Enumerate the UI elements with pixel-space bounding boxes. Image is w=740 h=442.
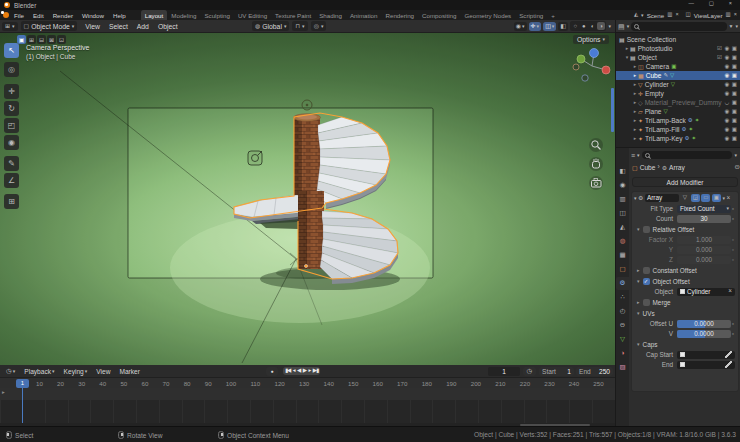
jump-end-icon[interactable] — [313, 368, 318, 374]
select-mode-invert[interactable] — [47, 35, 56, 44]
collapse-icon[interactable] — [634, 196, 637, 201]
factor-x-field[interactable]: 1.000 — [677, 236, 731, 244]
tab-geometry-nodes[interactable]: Geometry Nodes — [460, 10, 515, 19]
animate-decorator-icon[interactable] — [731, 321, 735, 326]
menu-select[interactable]: Select — [109, 23, 128, 30]
outliner-search-input[interactable] — [631, 22, 726, 31]
scene-name[interactable]: Scene — [647, 12, 665, 19]
menu-add[interactable]: Add — [137, 23, 149, 30]
camera-visibility-icon[interactable] — [732, 118, 737, 124]
eye-icon[interactable] — [724, 127, 729, 133]
chevron-down-icon[interactable] — [734, 153, 737, 158]
snap-toggle[interactable] — [292, 21, 307, 31]
animate-decorator-icon[interactable] — [731, 247, 735, 252]
show-viewport-toggle[interactable] — [701, 194, 710, 202]
viewlayer-icon[interactable] — [686, 12, 691, 18]
outliner-row-cube-selected[interactable]: Cube — [616, 71, 740, 80]
offset-v-slider[interactable]: 0.0000 — [677, 330, 731, 338]
cap-end-field[interactable] — [677, 361, 735, 369]
axis-x-icon[interactable] — [602, 66, 610, 74]
maximize-icon[interactable] — [709, 1, 714, 7]
transform-tool[interactable] — [4, 135, 19, 150]
remove-viewlayer-icon[interactable] — [734, 12, 737, 18]
properties-search-input[interactable] — [642, 151, 733, 159]
tab-scene[interactable] — [616, 221, 629, 234]
jump-start-icon[interactable] — [285, 368, 290, 374]
playhead-line[interactable] — [22, 388, 24, 423]
camera-visibility-icon[interactable] — [732, 82, 737, 88]
menu-render[interactable]: Render — [53, 12, 73, 19]
tab-shading[interactable]: Shading — [315, 10, 346, 19]
timeline-tracks[interactable] — [0, 388, 615, 423]
constant-offset-checkbox[interactable] — [643, 267, 650, 274]
menu-help[interactable]: Help — [113, 12, 126, 19]
outliner-row-photostudio[interactable]: Photostudio — [616, 44, 740, 53]
measure-tool[interactable] — [4, 173, 19, 188]
xray-toggle[interactable] — [558, 22, 568, 31]
add-workspace-button[interactable]: + — [547, 10, 559, 19]
tab-constraints[interactable] — [616, 319, 629, 332]
timeline-ruler[interactable]: 1 10203040506070809010011012013014015016… — [0, 378, 615, 388]
menu-window[interactable]: Window — [82, 12, 104, 19]
outliner-row-camera[interactable]: Camera — [616, 62, 740, 71]
checkbox-icon[interactable] — [717, 55, 722, 61]
blender-menu-icon[interactable] — [3, 12, 9, 18]
proportional-edit-toggle[interactable] — [311, 21, 327, 31]
eye-icon[interactable] — [724, 73, 729, 79]
camera-visibility-icon[interactable] — [732, 91, 737, 97]
show-in-editmode-toggle[interactable] — [691, 194, 700, 202]
editor-type-selector[interactable] — [2, 22, 18, 31]
empty-object-gizmo[interactable] — [248, 151, 262, 165]
filter-icon[interactable] — [729, 24, 734, 29]
add-modifier-button[interactable]: Add Modifier — [632, 177, 738, 187]
axis-neg-x-icon[interactable] — [573, 64, 579, 70]
tab-render[interactable] — [616, 179, 629, 192]
eye-closed-icon[interactable] — [724, 100, 729, 106]
select-mode-extend[interactable] — [27, 35, 36, 44]
preview-range-button[interactable] — [523, 367, 536, 376]
camera-visibility-icon[interactable] — [732, 127, 737, 133]
rotate-tool[interactable] — [4, 101, 19, 116]
solid-shading-icon[interactable] — [580, 22, 589, 30]
tab-compositing[interactable]: Compositing — [418, 10, 460, 19]
eyedropper-icon[interactable] — [725, 361, 732, 368]
extras-dropdown-icon[interactable] — [722, 196, 725, 201]
tab-sculpting[interactable]: Sculpting — [200, 10, 233, 19]
tab-world[interactable] — [616, 235, 629, 248]
chevron-down-icon[interactable] — [637, 153, 640, 158]
frame-end-field[interactable]: End250 — [576, 367, 613, 376]
show-render-toggle[interactable] — [712, 194, 721, 202]
eye-icon[interactable] — [724, 118, 729, 124]
outliner-row-empty[interactable]: Empty — [616, 89, 740, 98]
menu-marker[interactable]: Marker — [119, 368, 140, 375]
orientation-selector[interactable]: Global — [252, 21, 289, 31]
uvs-header[interactable]: UVs — [632, 308, 738, 318]
outliner-row-material-preview-dummy[interactable]: Material_Preview_Dummy — [616, 98, 740, 107]
camera-visibility-icon[interactable] — [732, 46, 737, 52]
tab-object-data[interactable] — [616, 333, 629, 346]
cursor-tool[interactable] — [4, 62, 19, 77]
cap-start-field[interactable] — [677, 351, 735, 359]
tab-view-layer[interactable] — [616, 207, 629, 220]
camera-visibility-icon[interactable] — [732, 73, 737, 79]
clear-object-icon[interactable] — [728, 288, 732, 294]
menu-object[interactable]: Object — [158, 23, 178, 30]
tab-particles[interactable] — [616, 291, 629, 304]
outliner-row-trilamp-back[interactable]: TriLamp-Back — [616, 116, 740, 125]
relative-offset-checkbox[interactable] — [643, 226, 650, 233]
outliner-row-trilamp-fill[interactable]: TriLamp-Fill — [616, 125, 740, 134]
show-gizmo-toggle[interactable] — [529, 22, 542, 31]
outliner-row-trilamp-key[interactable]: TriLamp-Key — [616, 134, 740, 143]
select-mode-subtract[interactable] — [37, 35, 46, 44]
object-offset-header[interactable]: Object Offset — [632, 276, 738, 286]
menu-file[interactable]: File — [14, 12, 24, 19]
rendered-shading-icon[interactable] — [597, 22, 606, 30]
select-mode-new[interactable] — [17, 35, 26, 44]
tab-rendering[interactable]: Rendering — [381, 10, 418, 19]
eyedropper-icon[interactable] — [725, 351, 732, 358]
animate-decorator-icon[interactable] — [731, 216, 735, 221]
chevron-down-icon[interactable] — [735, 24, 738, 29]
breadcrumb-object[interactable]: Cube — [640, 164, 656, 171]
tab-layout[interactable]: Layout — [141, 10, 168, 19]
object-offset-checkbox[interactable] — [643, 278, 650, 285]
